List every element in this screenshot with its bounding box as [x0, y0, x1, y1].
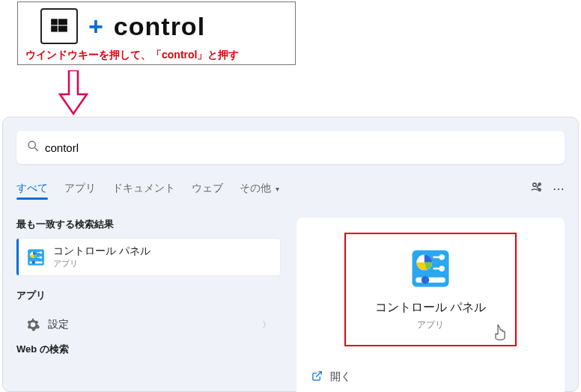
tab-more-label: その他	[240, 182, 271, 194]
tab-documents[interactable]: ドキュメント	[112, 182, 175, 195]
preview-subtitle: アプリ	[370, 319, 491, 331]
chevron-right-icon: 〉	[262, 319, 271, 331]
open-action-label: 開く	[330, 370, 351, 384]
svg-rect-1	[58, 19, 67, 25]
svg-rect-17	[29, 261, 42, 263]
svg-point-14	[40, 256, 42, 258]
preview-panel: コントロール パネル アプリ 開く	[296, 218, 565, 392]
tab-apps[interactable]: アプリ	[64, 182, 96, 195]
best-match-control-panel[interactable]: コントロール パネル アプリ	[16, 239, 280, 275]
tab-more[interactable]: その他 ▾	[240, 182, 279, 195]
best-match-title: コントロール パネル	[53, 245, 150, 258]
tab-web[interactable]: ウェブ	[192, 182, 223, 195]
best-match-header: 最も一致する検索結果	[16, 218, 280, 231]
cursor-icon	[493, 324, 508, 342]
more-options-icon[interactable]: ⋯	[553, 182, 565, 196]
apps-header: アプリ	[16, 289, 280, 302]
svg-rect-25	[416, 278, 445, 283]
windows-search-panel: すべて アプリ ドキュメント ウェブ その他 ▾ ⋯ 最も一致する検索結果	[2, 117, 579, 392]
svg-rect-2	[51, 25, 58, 31]
windows-key-icon	[40, 8, 78, 44]
svg-rect-0	[51, 19, 58, 25]
preview-highlight[interactable]: コントロール パネル アプリ	[344, 233, 517, 346]
preview-title: コントロール パネル	[370, 300, 491, 316]
svg-point-22	[439, 266, 444, 271]
plus-icon: +	[88, 12, 103, 41]
search-icon	[27, 140, 39, 155]
svg-rect-3	[58, 25, 67, 31]
web-search-header: Web の検索	[16, 343, 280, 356]
chevron-down-icon: ▾	[276, 185, 279, 193]
account-icon[interactable]	[530, 180, 544, 197]
search-tabs: すべて アプリ ドキュメント ウェブ その他 ▾ ⋯	[16, 180, 565, 197]
svg-point-13	[40, 251, 42, 253]
gear-icon	[25, 317, 40, 332]
arrow-down-icon	[58, 70, 88, 115]
svg-point-18	[32, 260, 35, 263]
svg-point-4	[28, 141, 35, 148]
svg-point-21	[439, 254, 444, 260]
list-item-settings-label: 設定	[48, 318, 262, 331]
results-left-column: 最も一致する検索結果 コントロール パネル アプ	[16, 218, 280, 392]
svg-point-6	[533, 183, 537, 187]
search-input[interactable]	[45, 141, 554, 154]
search-box[interactable]	[16, 131, 565, 164]
open-external-icon	[311, 370, 323, 384]
tutorial-box: + control ウインドウキーを押して、「control」と押す	[17, 1, 296, 65]
open-action[interactable]: 開く	[311, 370, 351, 384]
list-item-settings[interactable]: 設定 〉	[16, 310, 280, 340]
tutorial-control-text: control	[114, 12, 205, 41]
svg-line-5	[35, 148, 38, 151]
svg-point-26	[422, 276, 430, 284]
tutorial-caption: ウインドウキーを押して、「control」と押す	[25, 49, 288, 62]
tutorial-key-combo: + control	[25, 8, 288, 44]
control-panel-icon	[26, 248, 46, 267]
control-panel-icon	[410, 248, 451, 290]
best-match-subtitle: アプリ	[53, 258, 150, 269]
tab-all[interactable]: すべて	[16, 182, 48, 195]
